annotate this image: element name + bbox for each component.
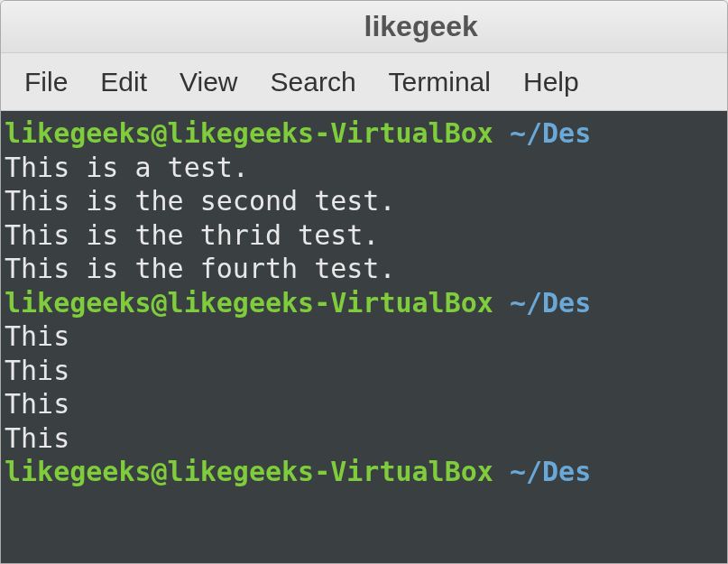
prompt-user-host: likegeeks@likegeeks-VirtualBox (5, 117, 493, 149)
terminal-output: This is the fourth test. (5, 253, 395, 284)
menu-terminal[interactable]: Terminal (373, 60, 507, 105)
terminal-output: This is the thrid test. (5, 219, 379, 251)
terminal-line: likegeeks@likegeeks-VirtualBox ~/Des (5, 455, 727, 489)
terminal-line: This (5, 354, 727, 388)
terminal-output: This (5, 320, 69, 352)
terminal-line: likegeeks@likegeeks-VirtualBox ~/Des (5, 116, 727, 151)
menu-file[interactable]: File (8, 60, 84, 105)
terminal-line: This is a test. (5, 151, 727, 185)
terminal-line: This is the thrid test. (5, 218, 727, 253)
window-title: likegeek (364, 10, 478, 43)
terminal-line: likegeeks@likegeeks-VirtualBox ~/Des (5, 286, 727, 320)
menu-view[interactable]: View (163, 60, 253, 105)
terminal-output: This (5, 422, 69, 454)
prompt-user-host: likegeeks@likegeeks-VirtualBox (5, 287, 493, 319)
prompt-path: ~/Des (493, 117, 591, 149)
titlebar[interactable]: likegeek (1, 1, 727, 53)
terminal-output: This (5, 388, 69, 420)
menubar: File Edit View Search Terminal Help (1, 53, 727, 111)
terminal-line: This is the second test. (5, 184, 727, 218)
menu-edit[interactable]: Edit (84, 60, 163, 105)
terminal-area[interactable]: likegeeks@likegeeks-VirtualBox ~/DesThis… (1, 111, 727, 563)
menu-help[interactable]: Help (507, 60, 595, 105)
terminal-output: This is a test. (5, 152, 249, 183)
prompt-path: ~/Des (493, 456, 591, 487)
terminal-line: This (5, 319, 727, 354)
terminal-line: This is the fourth test. (5, 252, 727, 286)
terminal-line: This (5, 387, 727, 421)
prompt-user-host: likegeeks@likegeeks-VirtualBox (5, 456, 493, 487)
terminal-line: This (5, 421, 727, 456)
terminal-output: This is the second test. (5, 185, 395, 217)
terminal-output: This (5, 355, 69, 386)
prompt-path: ~/Des (493, 287, 591, 319)
terminal-window: likegeek File Edit View Search Terminal … (0, 0, 728, 564)
menu-search[interactable]: Search (254, 60, 373, 105)
